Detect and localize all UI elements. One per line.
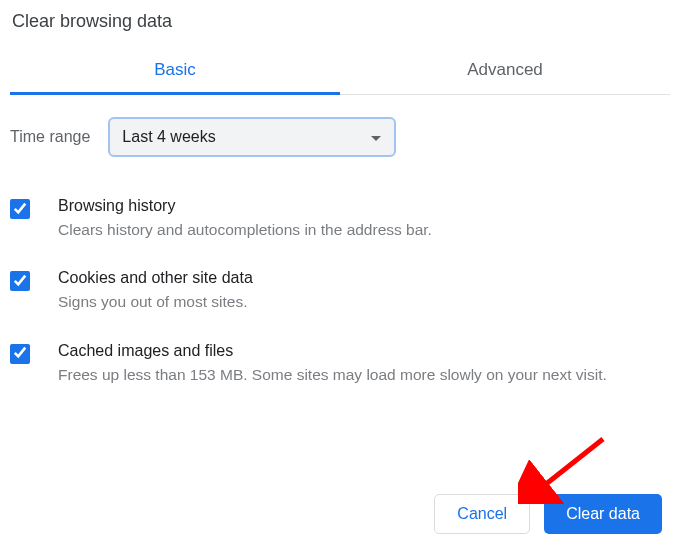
option-cookies: Cookies and other site data Signs you ou… (10, 255, 670, 327)
option-body: Browsing history Clears history and auto… (58, 197, 670, 241)
svg-line-0 (536, 439, 603, 492)
cancel-button[interactable]: Cancel (434, 494, 530, 534)
option-title: Cookies and other site data (58, 269, 670, 291)
tab-basic[interactable]: Basic (10, 50, 340, 94)
clear-data-button[interactable]: Clear data (544, 494, 662, 534)
option-cache: Cached images and files Frees up less th… (10, 328, 670, 400)
tab-advanced[interactable]: Advanced (340, 50, 670, 94)
clear-browsing-data-dialog: Clear browsing data Basic Advanced Time … (0, 0, 680, 400)
option-description: Clears history and autocompletions in th… (58, 219, 670, 241)
checkbox-browsing-history[interactable] (10, 199, 30, 219)
tab-advanced-label: Advanced (467, 60, 543, 79)
chevron-down-icon (370, 129, 382, 146)
time-range-select[interactable]: Last 4 weeks (108, 117, 396, 157)
options-list: Browsing history Clears history and auto… (10, 165, 670, 400)
option-description: Signs you out of most sites. (58, 291, 670, 313)
option-body: Cached images and files Frees up less th… (58, 342, 670, 386)
check-icon (13, 273, 27, 290)
checkbox-cookies[interactable] (10, 271, 30, 291)
option-browsing-history: Browsing history Clears history and auto… (10, 183, 670, 255)
option-title: Browsing history (58, 197, 670, 219)
time-range-value: Last 4 weeks (122, 128, 215, 146)
tab-basic-label: Basic (154, 60, 196, 79)
option-description: Frees up less than 153 MB. Some sites ma… (58, 364, 670, 386)
option-body: Cookies and other site data Signs you ou… (58, 269, 670, 313)
option-title: Cached images and files (58, 342, 670, 364)
dialog-footer: Cancel Clear data (434, 494, 662, 534)
clear-data-button-label: Clear data (566, 505, 640, 523)
check-icon (13, 201, 27, 218)
time-range-label: Time range (10, 128, 90, 146)
tab-bar: Basic Advanced (10, 50, 670, 95)
dialog-title: Clear browsing data (10, 8, 670, 50)
time-range-row: Time range Last 4 weeks (10, 95, 670, 165)
checkbox-cache[interactable] (10, 344, 30, 364)
check-icon (13, 345, 27, 362)
cancel-button-label: Cancel (457, 505, 507, 523)
